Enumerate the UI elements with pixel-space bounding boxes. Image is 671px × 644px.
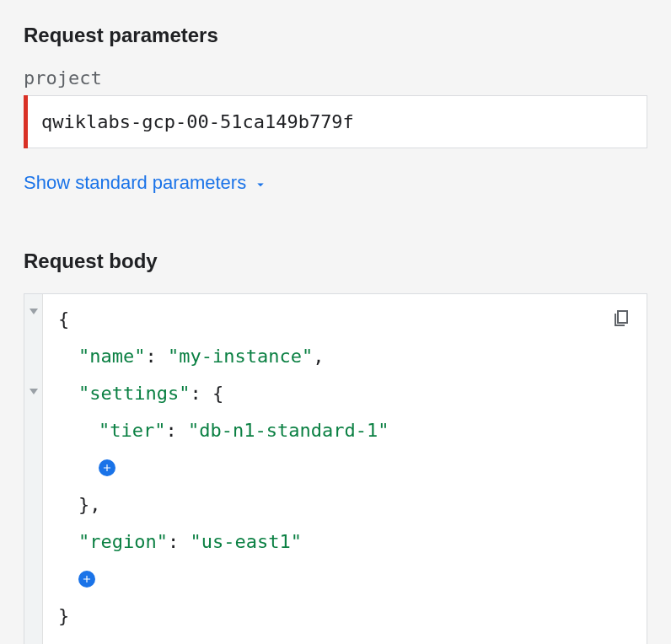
copy-icon (611, 308, 631, 328)
request-body-title: Request body (24, 250, 647, 273)
fold-toggle-root[interactable] (30, 309, 38, 314)
copy-body-button[interactable] (611, 308, 631, 328)
add-icon (81, 573, 93, 585)
add-settings-property-button[interactable] (99, 459, 115, 476)
json-code: { "name": "my-instance", "settings": { "… (43, 294, 647, 644)
request-body-section: Request body { "name": "my-instance", "s… (24, 250, 647, 644)
json-settings-key[interactable]: "settings": { (58, 375, 631, 412)
project-label: project (24, 67, 647, 89)
json-region-field[interactable]: "region": "us-east1" (58, 523, 631, 561)
json-tier-field[interactable]: "tier": "db-n1-standard-1" (58, 412, 631, 449)
json-open-brace: { (58, 301, 631, 338)
request-parameters-title: Request parameters (24, 24, 647, 47)
add-icon (101, 462, 113, 474)
add-root-property-button[interactable] (78, 571, 95, 588)
show-standard-parameters-label: Show standard parameters (24, 172, 246, 194)
json-name-field[interactable]: "name": "my-instance", (58, 338, 631, 375)
json-settings-close: }, (58, 486, 631, 523)
add-root-property-row (58, 561, 631, 598)
json-close-brace: } (58, 598, 631, 635)
project-input[interactable] (24, 95, 647, 148)
add-settings-property-row (58, 449, 631, 486)
chevron-down-icon (253, 175, 268, 191)
json-editor[interactable]: { "name": "my-instance", "settings": { "… (24, 293, 647, 644)
fold-toggle-settings[interactable] (30, 389, 38, 394)
json-fold-gutter (24, 294, 43, 644)
project-input-wrapper (24, 95, 647, 148)
request-parameters-section: Request parameters project Show standard… (24, 24, 647, 234)
show-standard-parameters-toggle[interactable]: Show standard parameters (24, 172, 268, 194)
